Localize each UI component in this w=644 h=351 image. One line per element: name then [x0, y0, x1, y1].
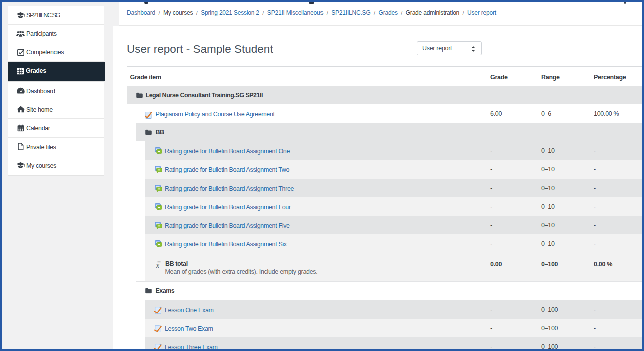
svg-text:x: x [156, 262, 160, 269]
